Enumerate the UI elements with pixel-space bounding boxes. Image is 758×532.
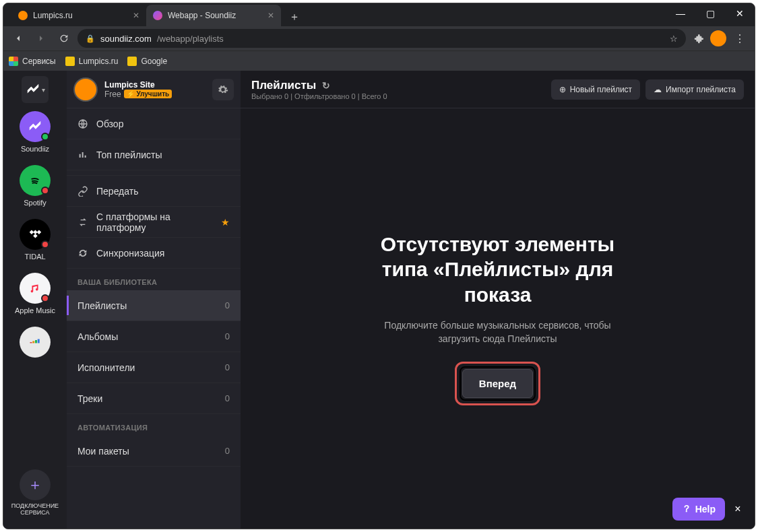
plus-icon: ＋ (20, 469, 51, 500)
menu-albums[interactable]: Альбомы 0 (67, 321, 241, 352)
rail-label: Soundiiz (21, 145, 49, 153)
favicon-icon (153, 11, 162, 20)
svg-rect-3 (37, 230, 41, 234)
svg-rect-8 (38, 339, 40, 343)
rail-item-tidal[interactable]: TIDAL (3, 215, 67, 265)
status-dot-icon (41, 187, 49, 195)
sync-icon (77, 248, 88, 259)
url-host: soundiiz.com (100, 34, 152, 44)
bookmark-google[interactable]: Google (127, 57, 167, 66)
svg-rect-4 (33, 234, 37, 238)
menu-button[interactable]: ⋮ (730, 29, 749, 48)
menu-overview[interactable]: Обзор (67, 108, 241, 139)
chart-icon (77, 149, 88, 160)
page-header: Плейлисты ↻ Выбрано 0 | Отфильтровано 0 … (241, 71, 755, 108)
bookmark-star-icon[interactable]: ☆ (670, 34, 678, 44)
address-bar[interactable]: 🔒 soundiiz.com/webapp/playlists ☆ (77, 29, 686, 48)
count-badge: 0 (225, 393, 230, 403)
page-subtitle: Выбрано 0 | Отфильтровано 0 | Всего 0 (251, 92, 387, 100)
menu-label: Мои пакеты (77, 446, 129, 457)
new-playlist-button[interactable]: ⊕ Новый плейлист (551, 79, 640, 100)
minimize-button[interactable]: — (666, 3, 695, 24)
service-rail: ▾ Soundiiz Spotify (3, 71, 67, 529)
profile-avatar[interactable] (710, 30, 726, 46)
empty-subtitle: Подключите больше музыкальных сервисов, … (383, 319, 612, 345)
import-playlist-button[interactable]: ☁ Импорт плейлиста (645, 79, 744, 100)
close-tab-icon[interactable]: ✕ (133, 11, 139, 20)
close-tab-icon[interactable]: ✕ (267, 11, 274, 20)
svg-rect-7 (35, 340, 37, 343)
forward-button[interactable] (32, 29, 51, 48)
rail-item-apple-music[interactable]: Apple Music (3, 269, 67, 319)
url-path: /webapp/playlists (157, 34, 224, 44)
status-dot-icon (41, 294, 49, 302)
refresh-icon[interactable]: ↻ (322, 80, 330, 91)
browser-toolbar: 🔒 soundiiz.com/webapp/playlists ☆ ⋮ (3, 26, 755, 51)
settings-button[interactable] (212, 79, 234, 100)
count-badge: 0 (225, 362, 230, 372)
menu-label: Передать (96, 186, 138, 197)
count-badge: 0 (225, 446, 230, 456)
app-area: ▾ Soundiiz Spotify (3, 71, 755, 529)
menu-platform-to-platform[interactable]: С платформы на платформу ★ (67, 207, 241, 238)
help-label: Help (695, 504, 716, 514)
window-controls: — ▢ ✕ (666, 3, 755, 24)
tab-soundiiz[interactable]: Webapp - Soundiiz ✕ (146, 5, 281, 26)
menu-my-packs[interactable]: Мои пакеты 0 (67, 436, 241, 467)
help-close-button[interactable]: × (729, 500, 747, 518)
rail-label: TIDAL (24, 253, 45, 261)
menu-transfer[interactable]: Передать (67, 176, 241, 207)
rail-add-service[interactable]: ＋ ПОДКЛЮЧЕНИЕ СЕРВИСА (3, 465, 67, 523)
count-badge: 0 (225, 331, 230, 341)
count-badge: 0 (225, 300, 230, 310)
status-dot-icon (41, 133, 49, 141)
lock-icon: 🔒 (86, 34, 95, 43)
help-button[interactable]: ？ Help (672, 498, 725, 521)
button-label: Новый плейлист (570, 85, 632, 94)
status-dot-icon (41, 240, 49, 248)
bookmark-lumpics[interactable]: Lumpics.ru (65, 57, 119, 66)
menu-top-playlists[interactable]: Топ плейлисты (67, 139, 241, 170)
menu-artists[interactable]: Исполнители 0 (67, 352, 241, 383)
menu-label: С платформы на платформу (96, 211, 184, 233)
forward-cta-button[interactable]: Вперед (462, 369, 533, 398)
star-icon: ★ (221, 217, 230, 228)
rail-logo[interactable]: ▾ (22, 76, 49, 103)
rail-item-deezer[interactable] (3, 323, 67, 362)
browser-window: Lumpics.ru ✕ Webapp - Soundiiz ✕ ＋ — ▢ ✕… (3, 3, 755, 529)
section-automation: АВТОМАТИЗАЦИЯ (67, 414, 241, 436)
tab-lumpics[interactable]: Lumpics.ru ✕ (11, 5, 146, 26)
svg-rect-5 (30, 342, 32, 343)
swap-icon (77, 217, 88, 228)
maximize-button[interactable]: ▢ (695, 3, 725, 24)
back-button[interactable] (9, 29, 28, 48)
menu-tracks[interactable]: Треки 0 (67, 383, 241, 414)
tab-label: Lumpics.ru (33, 11, 73, 20)
question-icon: ？ (682, 503, 691, 515)
user-name: Lumpics Site (104, 80, 172, 90)
page-title: Плейлисты (251, 79, 316, 92)
close-window-button[interactable]: ✕ (725, 3, 755, 24)
header-actions: ⊕ Новый плейлист ☁ Импорт плейлиста (551, 79, 744, 100)
favicon-icon (18, 11, 28, 20)
user-avatar[interactable] (73, 77, 98, 102)
rail-item-soundiiz[interactable]: Soundiiz (3, 107, 67, 157)
bookmark-label: Lumpics.ru (79, 57, 119, 66)
bookmark-label: Сервисы (22, 57, 56, 66)
menu-label: Исполнители (77, 362, 135, 373)
upgrade-badge[interactable]: ⚡ Улучшить (124, 90, 172, 98)
plan-label: Free (104, 90, 121, 99)
extensions-button[interactable] (690, 30, 706, 46)
bookmark-services[interactable]: Сервисы (9, 57, 56, 66)
page-title-block: Плейлисты ↻ Выбрано 0 | Отфильтровано 0 … (251, 79, 387, 100)
menu-playlists[interactable]: Плейлисты 0 (67, 290, 241, 321)
rail-add-label: ПОДКЛЮЧЕНИЕ СЕРВИСА (3, 503, 67, 517)
reload-button[interactable] (55, 29, 73, 48)
new-tab-button[interactable]: ＋ (285, 7, 304, 26)
rail-item-spotify[interactable]: Spotify (3, 161, 67, 211)
link-icon (77, 186, 88, 197)
menu-sync[interactable]: Синхронизация (67, 238, 241, 269)
empty-state: Отсутствуют элементы типа «Плейлисты» дл… (241, 108, 755, 529)
menu-label: Треки (77, 393, 102, 404)
svg-rect-6 (32, 341, 34, 343)
